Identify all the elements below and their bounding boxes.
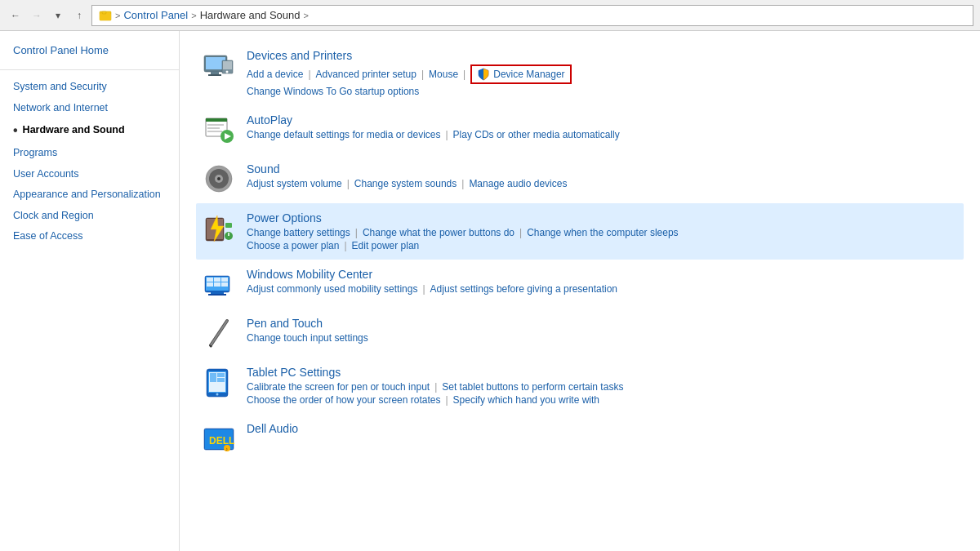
advanced-printer-link[interactable]: Advanced printer setup [316, 69, 416, 80]
autoplay-icon [203, 113, 235, 146]
dell-icon: DELL ♪ [203, 422, 235, 455]
sep4: | [445, 129, 448, 140]
sidebar-item-accounts[interactable]: User Accounts [0, 164, 179, 185]
sep2: | [421, 69, 424, 80]
svg-rect-29 [211, 292, 224, 294]
sep5: | [347, 178, 350, 189]
power-links: Change battery settings | Change what th… [247, 227, 957, 238]
category-power: Power Options Change battery settings | … [196, 203, 964, 260]
svg-rect-2 [102, 11, 106, 14]
up-button[interactable]: ↑ [70, 7, 88, 24]
autoplay-links: Change default settings for media or dev… [247, 129, 957, 140]
path-icon [99, 9, 112, 22]
svg-line-38 [211, 321, 227, 345]
main-container: Control Panel Home System and Security N… [0, 31, 980, 551]
power-buttons-link[interactable]: Change what the power buttons do [363, 227, 514, 238]
power-links2: Choose a power plan | Edit power plan [247, 240, 957, 251]
screen-rotates-link[interactable]: Choose the order of how your screen rota… [247, 394, 440, 406]
autoplay-title[interactable]: AutoPlay [247, 113, 292, 127]
edit-power-plan-link[interactable]: Edit power plan [352, 240, 420, 251]
tablet-content: Tablet PC Settings Calibrate the screen … [247, 366, 957, 406]
sep6: | [461, 178, 464, 189]
back-button[interactable]: ← [7, 7, 24, 24]
forward-button[interactable]: → [28, 7, 46, 24]
device-manager-link[interactable]: Device Manager [470, 64, 571, 84]
mobility-icon [203, 268, 235, 300]
svg-rect-44 [210, 373, 216, 382]
pen-icon [203, 317, 235, 349]
svg-rect-30 [208, 294, 226, 295]
svg-rect-5 [211, 72, 219, 74]
manage-audio-link[interactable]: Manage audio devices [469, 178, 567, 189]
calibrate-link[interactable]: Calibrate the screen for pen or touch in… [247, 381, 430, 393]
category-tablet: Tablet PC Settings Calibrate the screen … [196, 358, 964, 414]
sidebar-item-system[interactable]: System and Security [0, 77, 179, 98]
svg-rect-13 [207, 127, 220, 129]
sep7: | [355, 227, 358, 238]
svg-rect-8 [223, 61, 232, 69]
computer-sleeps-link[interactable]: Change when the computer sleeps [527, 227, 678, 238]
sep1: | [308, 69, 310, 80]
svg-rect-6 [208, 74, 221, 76]
mobility-content: Windows Mobility Center Adjust commonly … [247, 268, 957, 295]
sidebar-item-network[interactable]: Network and Internet [0, 98, 179, 119]
adjust-mobility-link[interactable]: Adjust commonly used mobility settings [247, 283, 417, 295]
tablet-buttons-link[interactable]: Set tablet buttons to perform certain ta… [442, 381, 623, 393]
tablet-icon [203, 366, 235, 398]
sidebar-item-home[interactable]: Control Panel Home [0, 41, 179, 66]
mouse-link[interactable]: Mouse [429, 69, 458, 80]
choose-power-plan-link[interactable]: Choose a power plan [247, 240, 339, 251]
shield-icon [477, 68, 490, 81]
devices-links: Add a device | Advanced printer setup | … [247, 64, 957, 84]
change-battery-link[interactable]: Change battery settings [247, 227, 350, 238]
sidebar-item-appearance[interactable]: Appearance and Personalization [0, 184, 179, 206]
svg-rect-1 [100, 14, 111, 20]
sidebar-item-ease[interactable]: Ease of Access [0, 226, 179, 247]
which-hand-link[interactable]: Specify which hand you write with [453, 394, 599, 406]
svg-text:DELL: DELL [209, 435, 234, 447]
touch-input-link[interactable]: Change touch input settings [247, 332, 368, 344]
devices-links2: Change Windows To Go startup options [247, 86, 957, 97]
svg-rect-33 [221, 278, 228, 282]
power-content: Power Options Change battery settings | … [247, 211, 957, 251]
category-devices: Devices and Printers Add a device | Adva… [196, 41, 964, 105]
adjust-volume-link[interactable]: Adjust system volume [247, 178, 342, 189]
address-bar: ← → ▾ ↑ > Control Panel > Hardware and S… [0, 0, 980, 31]
dell-title[interactable]: Dell Audio [247, 422, 298, 435]
sidebar-divider [0, 69, 179, 70]
svg-rect-24 [225, 223, 232, 228]
devices-title[interactable]: Devices and Printers [247, 49, 352, 62]
sound-title[interactable]: Sound [247, 162, 279, 176]
pen-title[interactable]: Pen and Touch [247, 317, 323, 330]
mobility-title[interactable]: Windows Mobility Center [247, 268, 372, 281]
change-default-link[interactable]: Change default settings for media or dev… [247, 129, 440, 140]
svg-rect-45 [217, 373, 225, 377]
svg-point-20 [217, 177, 220, 180]
tablet-title[interactable]: Tablet PC Settings [247, 366, 341, 379]
devices-content: Devices and Printers Add a device | Adva… [247, 49, 957, 97]
category-sound: Sound Adjust system volume | Change syst… [196, 154, 964, 203]
path-control-panel[interactable]: Control Panel [123, 9, 188, 21]
svg-point-42 [216, 393, 219, 396]
change-sounds-link[interactable]: Change system sounds [354, 178, 457, 189]
svg-rect-11 [206, 118, 227, 122]
sidebar-item-hardware[interactable]: Hardware and Sound [0, 118, 179, 143]
svg-rect-12 [207, 124, 224, 126]
svg-rect-36 [221, 282, 228, 287]
sep9: | [344, 240, 346, 251]
svg-rect-14 [207, 131, 222, 132]
power-title[interactable]: Power Options [247, 211, 322, 224]
play-cds-link[interactable]: Play CDs or other media automatically [453, 129, 620, 140]
autoplay-content: AutoPlay Change default settings for med… [247, 113, 957, 140]
svg-rect-32 [214, 278, 220, 282]
presentation-link[interactable]: Adjust settings before giving a presenta… [430, 283, 617, 295]
svg-rect-34 [207, 282, 213, 287]
sidebar-item-programs[interactable]: Programs [0, 143, 179, 164]
windows-to-go-link[interactable]: Change Windows To Go startup options [247, 86, 419, 97]
svg-rect-35 [214, 282, 220, 287]
recent-locations-button[interactable]: ▾ [49, 7, 67, 24]
tablet-links2: Choose the order of how your screen rota… [247, 394, 957, 406]
device-manager-label: Device Manager [493, 69, 564, 80]
sidebar-item-clock[interactable]: Clock and Region [0, 206, 179, 227]
add-device-link[interactable]: Add a device [247, 69, 303, 80]
